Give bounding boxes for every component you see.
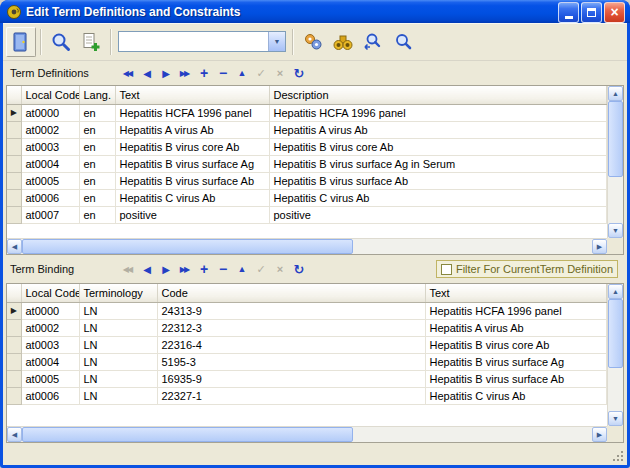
nav-first-button[interactable]: ◀◀: [120, 261, 136, 277]
nav-next-button[interactable]: ▶: [158, 65, 174, 81]
nav-insert-button[interactable]: +: [196, 65, 212, 81]
find-next-button[interactable]: [388, 27, 418, 57]
find-previous-button[interactable]: [358, 27, 388, 57]
row-selector[interactable]: [7, 353, 21, 370]
row-selector[interactable]: [7, 155, 21, 172]
nav-refresh-button[interactable]: ↻: [291, 65, 307, 81]
nav-prior-button[interactable]: ◀: [139, 261, 155, 277]
grid-cell[interactable]: Hepatitis HCFA 1996 panel: [425, 302, 607, 319]
grid-cell[interactable]: LN: [79, 353, 157, 370]
nav-refresh-button[interactable]: ↻: [291, 261, 307, 277]
scroll-right-button[interactable]: ▶: [592, 239, 607, 254]
grid-cell[interactable]: Hepatitis B virus surface Ab: [425, 370, 607, 387]
grid-cell[interactable]: 24313-9: [157, 302, 425, 319]
table-row[interactable]: at0005enHepatitis B virus surface AbHepa…: [7, 172, 607, 189]
grid-cell[interactable]: Hepatitis B virus surface Ag: [115, 155, 269, 172]
grid-cell[interactable]: Hepatitis C virus Ab: [115, 189, 269, 206]
checkbox-icon[interactable]: [441, 264, 452, 275]
nav-delete-button[interactable]: −: [215, 261, 231, 277]
grid-cell[interactable]: at0003: [21, 336, 79, 353]
table-row[interactable]: at0006enHepatitis C virus AbHepatitis C …: [7, 189, 607, 206]
scrollbar-track[interactable]: [22, 239, 592, 254]
scrollbar-track[interactable]: [608, 299, 623, 411]
grid-cell[interactable]: Hepatitis A virus Ab: [269, 121, 607, 138]
nav-post-button[interactable]: ✓: [253, 261, 269, 277]
grid-cell[interactable]: LN: [79, 387, 157, 404]
row-selector[interactable]: [7, 121, 21, 138]
grid-cell[interactable]: Hepatitis B virus core Ab: [269, 138, 607, 155]
grid-cell[interactable]: Hepatitis C virus Ab: [269, 189, 607, 206]
grid-cell[interactable]: LN: [79, 370, 157, 387]
scroll-down-button[interactable]: ▼: [608, 411, 623, 426]
row-selector[interactable]: [7, 387, 21, 404]
grid-cell[interactable]: at0000: [21, 104, 79, 121]
settings-button[interactable]: [298, 27, 328, 57]
column-header-local-code[interactable]: Local Code: [21, 284, 79, 302]
scroll-up-button[interactable]: ▲: [608, 284, 623, 299]
vertical-scrollbar[interactable]: ▲ ▼: [607, 86, 623, 238]
nav-first-button[interactable]: ◀◀: [120, 65, 136, 81]
grid-cell[interactable]: 22327-1: [157, 387, 425, 404]
add-record-button[interactable]: [76, 27, 106, 57]
scrollbar-track[interactable]: [608, 101, 623, 223]
grid-cell[interactable]: LN: [79, 319, 157, 336]
grid-cell[interactable]: at0000: [21, 302, 79, 319]
scroll-down-button[interactable]: ▼: [608, 223, 623, 238]
scroll-left-button[interactable]: ◀: [7, 239, 22, 254]
grid-cell[interactable]: Hepatitis HCFA 1996 panel: [269, 104, 607, 121]
grid-cell[interactable]: at0007: [21, 206, 79, 223]
scrollbar-thumb[interactable]: [22, 239, 353, 254]
scrollbar-track[interactable]: [22, 427, 592, 442]
combobox-dropdown-button[interactable]: ▼: [268, 32, 285, 51]
nav-insert-button[interactable]: +: [196, 261, 212, 277]
find-button[interactable]: [328, 27, 358, 57]
grid-cell[interactable]: 5195-3: [157, 353, 425, 370]
grid-cell[interactable]: en: [79, 121, 115, 138]
scroll-up-button[interactable]: ▲: [608, 86, 623, 101]
filter-checkbox[interactable]: Filter For CurrentTerm Definition: [436, 260, 618, 278]
grid-cell[interactable]: en: [79, 155, 115, 172]
nav-cancel-button[interactable]: ×: [272, 65, 288, 81]
scrollbar-thumb[interactable]: [22, 427, 353, 442]
grid-cell[interactable]: 22316-4: [157, 336, 425, 353]
grid-cell[interactable]: Hepatitis A virus Ab: [425, 319, 607, 336]
grid-cell[interactable]: positive: [115, 206, 269, 223]
grid-cell[interactable]: LN: [79, 336, 157, 353]
resize-grip[interactable]: [613, 451, 625, 463]
grid-cell[interactable]: Hepatitis C virus Ab: [425, 387, 607, 404]
horizontal-scrollbar[interactable]: ◀ ▶: [7, 238, 607, 254]
nav-post-button[interactable]: ✓: [253, 65, 269, 81]
row-selector[interactable]: [7, 189, 21, 206]
nav-edit-button[interactable]: ▲: [234, 261, 250, 277]
column-header-text[interactable]: Text: [115, 86, 269, 104]
scrollbar-thumb[interactable]: [608, 299, 623, 368]
selected-row-marker[interactable]: ▶: [7, 302, 21, 319]
grid-cell[interactable]: Hepatitis B virus core Ab: [115, 138, 269, 155]
scrollbar-thumb[interactable]: [608, 101, 623, 177]
table-row[interactable]: ▶at0000enHepatitis HCFA 1996 panelHepati…: [7, 104, 607, 121]
maximize-button[interactable]: [581, 2, 602, 23]
row-selector[interactable]: [7, 206, 21, 223]
grid-cell[interactable]: 22312-3: [157, 319, 425, 336]
grid-cell[interactable]: LN: [79, 302, 157, 319]
column-header-lang[interactable]: Lang.: [79, 86, 115, 104]
nav-next-button[interactable]: ▶: [158, 261, 174, 277]
grid-cell[interactable]: at0006: [21, 387, 79, 404]
grid-cell[interactable]: Hepatitis B virus core Ab: [425, 336, 607, 353]
vertical-scrollbar[interactable]: ▲ ▼: [607, 284, 623, 426]
search-button[interactable]: [46, 27, 76, 57]
table-row[interactable]: at0004enHepatitis B virus surface AgHepa…: [7, 155, 607, 172]
exit-button[interactable]: [6, 27, 36, 57]
grid-cell[interactable]: Hepatitis B virus surface Ag in Serum: [269, 155, 607, 172]
column-header-description[interactable]: Description: [269, 86, 607, 104]
grid-cell[interactable]: Hepatitis B virus surface Ab: [269, 172, 607, 189]
table-row[interactable]: ▶at0000LN24313-9Hepatitis HCFA 1996 pane…: [7, 302, 607, 319]
grid-cell[interactable]: positive: [269, 206, 607, 223]
grid-cell[interactable]: en: [79, 206, 115, 223]
column-header-code[interactable]: Code: [157, 284, 425, 302]
grid-cell[interactable]: Hepatitis B virus surface Ab: [115, 172, 269, 189]
nav-edit-button[interactable]: ▲: [234, 65, 250, 81]
grid-cell[interactable]: en: [79, 138, 115, 155]
minimize-button[interactable]: [558, 2, 579, 23]
horizontal-scrollbar[interactable]: ◀ ▶: [7, 426, 607, 442]
